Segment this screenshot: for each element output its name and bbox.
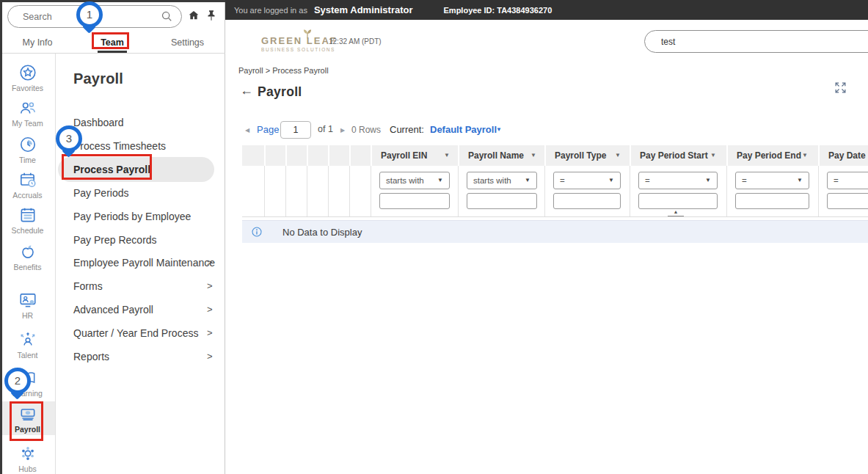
column-divider — [307, 145, 308, 166]
page-of-label: of 1 — [318, 124, 333, 134]
filter-value-payroll-name[interactable] — [467, 193, 537, 209]
current-label: Current: — [390, 124, 424, 135]
home-icon[interactable] — [187, 9, 200, 25]
active-tab-underline — [98, 51, 127, 53]
expand-icon[interactable] — [834, 81, 847, 98]
sidebar-item-my-team[interactable]: My Team — [0, 98, 55, 128]
calendar-icon — [18, 205, 37, 225]
current-payroll-dropdown[interactable]: Default Payroll — [430, 124, 497, 135]
col-header-pay-date[interactable]: Pay Date — [828, 150, 866, 161]
back-arrow-icon[interactable]: ← — [240, 83, 253, 98]
chevron-right-icon: > — [207, 257, 213, 268]
people-icon — [18, 98, 37, 117]
sidebar-item-schedule[interactable]: Schedule — [0, 205, 55, 235]
menu-item-reports[interactable]: Reports — [73, 351, 213, 362]
page-number-input[interactable]: 1 — [280, 121, 311, 139]
breadcrumb: Payroll > Process Payroll — [238, 66, 329, 75]
no-data-row: No Data to Display — [242, 220, 868, 243]
chevron-down-icon[interactable] — [615, 152, 621, 158]
star-badge-icon — [18, 63, 37, 82]
sidebar-item-favorites[interactable]: Favorites — [0, 63, 55, 92]
filter-op-payroll-name[interactable]: starts with — [467, 172, 537, 189]
chevron-down-icon — [705, 172, 711, 189]
col-header-payroll-name[interactable]: Payroll Name — [468, 150, 524, 161]
chevron-down-icon[interactable] — [802, 152, 808, 158]
col-header-payroll-type[interactable]: Payroll Type — [555, 150, 606, 161]
menu-item-pay-prep-records[interactable]: Pay Prep Records — [73, 234, 213, 246]
column-divider — [285, 145, 287, 166]
menu-item-pay-periods[interactable]: Pay Periods — [73, 187, 213, 199]
menu-item-quarter-year-end-process[interactable]: Quarter / Year End Process — [73, 327, 213, 339]
gear-network-icon — [18, 444, 37, 463]
window-left-edge — [0, 0, 2, 474]
filter-value-pay-period-end[interactable] — [735, 193, 809, 209]
chevron-down-icon — [608, 172, 614, 189]
column-divider — [307, 166, 307, 217]
column-divider — [264, 166, 265, 217]
calendar-clock-icon — [18, 170, 37, 189]
payroll-search[interactable] — [644, 30, 868, 53]
chevron-down-icon[interactable] — [530, 152, 536, 158]
column-divider — [285, 166, 286, 217]
filter-op-pay-date[interactable]: = — [827, 172, 868, 189]
column-divider — [458, 166, 459, 217]
column-divider — [818, 166, 819, 217]
column-divider — [630, 145, 631, 166]
filter-op-payroll-type[interactable]: = — [553, 172, 621, 189]
column-divider — [630, 166, 630, 217]
sidebar-item-talent[interactable]: Talent — [0, 330, 55, 360]
chevron-down-icon[interactable] — [496, 126, 502, 133]
chevron-right-icon: > — [207, 280, 213, 291]
col-header-pay-period-end[interactable]: Pay Period End — [737, 150, 801, 161]
column-divider — [458, 145, 459, 166]
column-divider — [328, 145, 329, 166]
column-divider — [349, 145, 351, 166]
menu-item-process-payroll[interactable]: Process Payroll — [73, 164, 213, 175]
sidebar-item-time[interactable]: Time — [0, 135, 55, 164]
column-divider — [818, 145, 820, 166]
chevron-down-icon[interactable] — [444, 152, 450, 158]
tab-team[interactable]: Team — [75, 32, 150, 53]
sidebar-item-benefits[interactable]: Benefits — [0, 242, 55, 271]
sidebar-item-payroll[interactable]: Payroll — [0, 404, 55, 434]
logged-in-bar: You are logged in as System Administrato… — [225, 0, 868, 20]
menu-item-pay-periods-by-employee[interactable]: Pay Periods by Employee — [73, 211, 213, 222]
sidebar-item-accruals[interactable]: Accruals — [0, 170, 55, 200]
menu-item-employee-payroll-maintenance[interactable]: Employee Payroll Maintenance — [73, 257, 213, 269]
table-border — [242, 216, 868, 217]
filter-op-pay-period-start[interactable]: = — [638, 172, 718, 189]
filter-op-payroll-ein[interactable]: starts with — [379, 172, 450, 189]
menu-item-advanced-payroll[interactable]: Advanced Payroll — [73, 304, 213, 316]
chevron-down-icon — [797, 172, 803, 189]
payroll-search-input[interactable] — [660, 31, 853, 52]
sidebar-item-hr[interactable]: HR — [0, 291, 55, 320]
filter-value-pay-date[interactable] — [827, 193, 868, 209]
col-header-pay-period-start[interactable]: Pay Period Start — [640, 150, 708, 161]
current-time: 12:32 AM (PDT) — [329, 37, 382, 45]
chevron-down-icon — [437, 172, 443, 189]
page-label: Page — [257, 124, 279, 135]
filter-op-pay-period-end[interactable]: = — [735, 172, 809, 189]
next-page-icon[interactable]: ▶ — [340, 127, 345, 134]
filter-value-payroll-ein[interactable] — [379, 193, 450, 209]
prev-page-icon[interactable]: ◀ — [245, 127, 249, 134]
filter-value-payroll-type[interactable] — [553, 193, 621, 209]
column-divider — [544, 166, 545, 217]
chevron-right-icon: > — [207, 351, 213, 362]
pin-icon[interactable] — [205, 9, 217, 25]
tab-my-info[interactable]: My Info — [0, 32, 75, 53]
col-header-payroll-ein[interactable]: Payroll EIN — [381, 150, 427, 161]
chevron-down-icon[interactable] — [710, 152, 716, 158]
left-panel: My Info Team Settings Favorites My Team … — [0, 0, 225, 474]
filter-value-pay-period-start[interactable] — [638, 193, 718, 209]
menu-item-dashboard[interactable]: Dashboard — [73, 117, 213, 128]
money-icon — [18, 404, 37, 423]
logged-in-user: System Administrator — [314, 4, 413, 15]
sort-asc-indicator[interactable]: ▲ — [666, 209, 685, 216]
sidebar-item-hubs[interactable]: Hubs — [0, 444, 55, 473]
menu-item-process-timesheets[interactable]: Process Timesheets — [73, 140, 213, 152]
tab-settings[interactable]: Settings — [150, 32, 225, 53]
chevron-right-icon: > — [207, 327, 213, 338]
column-divider — [328, 166, 329, 217]
menu-item-forms[interactable]: Forms — [73, 280, 213, 292]
